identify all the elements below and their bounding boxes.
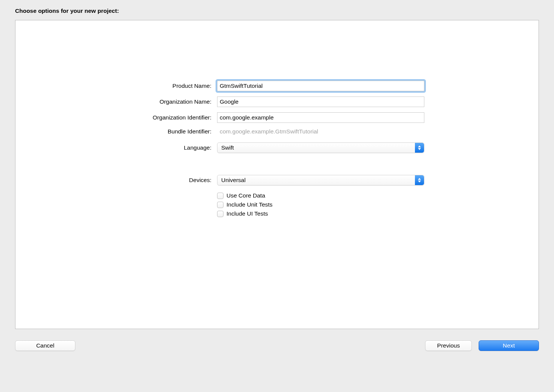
bundle-identifier-label: Bundle Identifier: bbox=[15, 128, 211, 135]
use-core-data-label: Use Core Data bbox=[226, 192, 265, 199]
use-core-data-checkbox[interactable] bbox=[217, 193, 223, 199]
updown-icon bbox=[415, 143, 424, 153]
organization-name-label: Organization Name: bbox=[15, 98, 211, 105]
updown-icon bbox=[415, 175, 424, 185]
devices-select-value: Universal bbox=[221, 177, 246, 184]
chevron-up-icon bbox=[418, 178, 421, 180]
language-select-value: Swift bbox=[221, 144, 234, 151]
product-name-input[interactable] bbox=[217, 81, 424, 91]
include-ui-tests-checkbox[interactable] bbox=[217, 211, 223, 217]
chevron-up-icon bbox=[418, 145, 421, 147]
organization-identifier-label: Organization Identifier: bbox=[15, 114, 211, 121]
next-button[interactable]: Next bbox=[479, 340, 539, 351]
page-title: Choose options for your new project: bbox=[15, 8, 539, 14]
button-bar: Cancel Previous Next bbox=[15, 329, 539, 351]
options-checkbox-group: Use Core Data Include Unit Tests Include… bbox=[217, 191, 424, 217]
include-unit-tests-label: Include Unit Tests bbox=[226, 201, 272, 208]
options-panel: Product Name: Organization Name: Organiz… bbox=[15, 20, 539, 329]
product-name-label: Product Name: bbox=[15, 83, 211, 89]
devices-label: Devices: bbox=[15, 177, 211, 184]
organization-name-input[interactable] bbox=[217, 96, 424, 107]
chevron-down-icon bbox=[418, 148, 421, 150]
chevron-down-icon bbox=[418, 181, 421, 182]
project-options-form: Product Name: Organization Name: Organiz… bbox=[15, 81, 539, 217]
cancel-button[interactable]: Cancel bbox=[15, 340, 75, 351]
previous-button[interactable]: Previous bbox=[425, 340, 472, 351]
devices-select[interactable]: Universal bbox=[217, 175, 424, 185]
bundle-identifier-value: com.google.example.GtmSwiftTutorial bbox=[217, 128, 424, 135]
language-select[interactable]: Swift bbox=[217, 142, 424, 153]
include-ui-tests-label: Include UI Tests bbox=[226, 210, 268, 217]
include-unit-tests-checkbox[interactable] bbox=[217, 202, 223, 208]
organization-identifier-input[interactable] bbox=[217, 112, 424, 123]
language-label: Language: bbox=[15, 142, 211, 151]
